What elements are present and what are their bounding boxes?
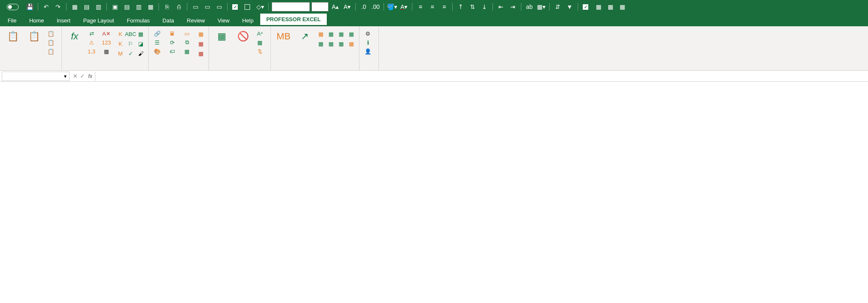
tab-home[interactable]: Home (23, 15, 50, 26)
grid-icon[interactable]: ▦ (605, 2, 615, 12)
delete-last-letter-button[interactable]: A✕ (101, 30, 114, 37)
tab-file[interactable]: File (2, 15, 22, 26)
formula-button[interactable]: fx (65, 28, 84, 46)
merge-files-button[interactable]: ⧉ (182, 39, 194, 46)
align-left-icon[interactable]: ≡ (415, 2, 426, 12)
grid-icon[interactable]: ▦ (617, 2, 627, 12)
fx-icon[interactable]: fx (88, 73, 95, 79)
qat-icon[interactable]: ▦ (70, 2, 80, 12)
paste-exact-formula-button[interactable]: 📋 (46, 39, 58, 46)
automatic-checkbox[interactable]: ✓ (231, 4, 241, 10)
qat-icon[interactable]: ▥ (134, 2, 144, 12)
round-button[interactable]: 1,3 (86, 47, 99, 55)
valign-middle-icon[interactable]: ⇅ (467, 2, 478, 12)
save-icon[interactable]: 💾 (25, 2, 35, 12)
table-of-colors-button[interactable]: 🎨 (152, 47, 164, 55)
decrease-font-icon[interactable]: A▾ (342, 2, 352, 12)
merge-sheets-button[interactable]: ▦ (182, 47, 194, 55)
valign-bottom-icon[interactable]: ⤓ (479, 2, 490, 12)
font-button[interactable]: Aᵃ (255, 30, 267, 37)
headers-footers-button[interactable]: ▭ (182, 30, 194, 37)
reduce-file-button[interactable]: MB (274, 28, 293, 46)
qat-icon[interactable]: ⎙ (174, 2, 184, 12)
qat-icon[interactable]: ▭ (214, 2, 224, 12)
grid-icon[interactable]: ▦ (136, 30, 145, 38)
tab-review[interactable]: Review (181, 15, 211, 26)
qat-icon[interactable]: ▤ (81, 2, 92, 12)
align-center-icon[interactable]: ≡ (427, 2, 437, 12)
increase-decimal-icon[interactable]: .00 (370, 2, 381, 12)
decrease-decimal-icon[interactable]: .0 (359, 2, 369, 12)
unhide-sheets-button[interactable]: 🚫 (234, 28, 252, 46)
break-links-button[interactable]: 🔗 (152, 30, 164, 37)
brush-icon[interactable]: 🖌 (136, 49, 145, 58)
qat-icon[interactable]: ▭ (202, 2, 212, 12)
iferror-button[interactable]: ⚠ (86, 39, 99, 46)
sort-sheets-button[interactable]: ⇅ (255, 47, 267, 55)
tool-icon[interactable]: ▦ (347, 39, 356, 48)
abc-icon[interactable]: ABC (126, 30, 135, 38)
k-icon[interactable]: K (116, 39, 125, 48)
name-box[interactable]: ▾ (2, 72, 70, 81)
manual-checkbox[interactable] (243, 4, 253, 10)
increase-font-icon[interactable]: A▴ (330, 2, 340, 12)
qat-icon[interactable]: ▦ (145, 2, 156, 12)
tab-view[interactable]: View (211, 15, 235, 26)
gridlines-checkbox[interactable]: ✓ (581, 4, 592, 10)
qat-icon[interactable]: ▥ (93, 2, 103, 12)
qat-icon[interactable]: ▣ (110, 2, 120, 12)
chart-icon[interactable]: ◪ (136, 39, 145, 48)
undo-icon[interactable]: ↶ (41, 2, 51, 12)
remove-cond-formatting-button[interactable]: ▦ (101, 47, 114, 55)
sort-icon[interactable]: ⇵ (553, 2, 563, 12)
paste-link-transpose-button[interactable]: 📋 (46, 30, 58, 37)
valign-top-icon[interactable]: ⤒ (456, 2, 466, 12)
k-icon[interactable]: K (116, 30, 125, 38)
font-name-select[interactable] (272, 2, 310, 11)
eraser-icon[interactable]: ◇▾ (255, 2, 265, 12)
calculate-selection-button[interactable]: 🖩 (167, 30, 179, 37)
tool-icon[interactable]: ▦ (327, 30, 335, 38)
layout-button[interactable]: ▦ (255, 39, 267, 46)
tab-data[interactable]: Data (156, 15, 180, 26)
about-button[interactable]: 👤 (363, 47, 375, 55)
force-to-number-button[interactable]: 123 (101, 39, 114, 46)
cancel-icon[interactable]: ✕ (73, 73, 78, 79)
paste-single-column-button[interactable]: 📋 (46, 47, 58, 55)
check-icon[interactable]: ✓ (126, 49, 135, 58)
formula-input[interactable] (95, 72, 868, 81)
tab-formulas[interactable]: Formulas (121, 15, 156, 26)
hidden-rows-columns-button[interactable]: ▦ (212, 28, 231, 46)
tab-insert[interactable]: Insert (51, 15, 77, 26)
tool-icon[interactable]: ▦ (197, 30, 205, 38)
wrap-text-icon[interactable]: ab (524, 2, 534, 12)
refresh-status-bar-button[interactable]: ⟳ (167, 39, 179, 46)
m-icon[interactable]: M (116, 49, 125, 58)
qat-icon[interactable]: ▭ (190, 2, 200, 12)
tool-icon[interactable]: ▦ (327, 39, 335, 48)
font-color-icon[interactable]: A▾ (399, 2, 409, 12)
fill-color-icon[interactable]: 🪣▾ (387, 2, 397, 12)
tab-help[interactable]: Help (236, 15, 259, 26)
name-manager-button[interactable]: 🏷 (167, 47, 179, 55)
export-manager-button[interactable]: ↗ (295, 28, 314, 46)
indent-decrease-icon[interactable]: ⇤ (496, 2, 506, 12)
tool-icon[interactable]: ▦ (337, 30, 345, 38)
info-button[interactable]: ℹ (363, 39, 375, 46)
tab-page-layout[interactable]: Page Layout (77, 15, 120, 26)
swap-two-cells-button[interactable]: ⇄ (86, 30, 99, 37)
tool-icon[interactable]: ▦ (317, 30, 325, 38)
font-size-select[interactable] (312, 2, 328, 11)
tool-icon[interactable]: ▦ (197, 39, 205, 48)
filter-icon[interactable]: ▼ (565, 2, 575, 12)
copy-button[interactable]: 📋 (3, 28, 22, 46)
tool-icon[interactable]: ▦ (197, 49, 205, 58)
tool-icon[interactable]: ▦ (337, 39, 345, 48)
table-of-contents-button[interactable]: ☰ (152, 39, 164, 46)
grid-icon[interactable]: ▦ (593, 2, 604, 12)
copy-again-button[interactable]: 📋 (25, 28, 43, 46)
indent-increase-icon[interactable]: ⇥ (508, 2, 518, 12)
tool-icon[interactable]: ▦ (347, 30, 356, 38)
merge-icon[interactable]: ▦▾ (536, 2, 546, 12)
tool-icon[interactable]: ▦ (317, 39, 325, 48)
